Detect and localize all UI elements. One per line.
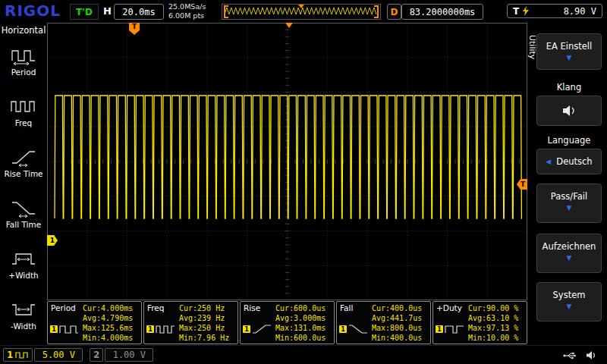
measurement-title: Freq [147,303,165,312]
meas-avg: Avg:3.000ms [275,313,326,323]
ch1-badge: 1 [146,325,154,333]
period-icon [10,46,37,65]
timebase-display: 20.0ms [114,4,164,20]
system-button[interactable]: System ▼ [536,282,602,322]
measurement-title: Fall [340,303,353,312]
measurement-values: Cur:400.0us Avg:441.7us Max:800.0us Min:… [372,303,422,343]
trigger-info-box: T 8.90 V [507,4,602,18]
klang-button[interactable] [536,96,602,126]
trigger-level-value: 8.90 V [564,6,596,17]
chevron-down-icon: ▼ [537,54,601,61]
klang-title: Klang [536,82,602,93]
left-menu-label: Freq [0,118,47,127]
freq-glyph-icon [156,323,175,335]
ch1-badge: 1 [50,325,58,333]
measurement-source-icon: 1 [50,323,79,335]
left-menu-label: Fall Time [0,220,47,229]
measurement-source-icon: 1 [339,323,368,335]
meas-min: Min:4.000ms [83,333,133,343]
rigol-logo: RIGOL [5,2,61,20]
record-button[interactable]: Aufzeichnen ▼ [536,234,602,273]
meas-avg: Avg:441.7us [372,313,422,323]
meas-min: Min:600.0us [275,333,326,343]
language-button[interactable]: ◀ Deutsch [536,149,602,174]
measurement-values: Cur:250 Hz Avg:239 Hz Max:250 Hz Min:7.9… [179,303,229,343]
period-glyph-icon [59,323,79,335]
measurement-period: Period 1 Cur:4.000ms Avg:4.790ms Max:125… [47,301,142,344]
measurement-title: +Duty [436,303,462,312]
memory-depth: 6.00M pts [168,11,206,20]
meas-max: Max:125.6ms [83,323,133,333]
channel-1-indicator[interactable]: 1 5.00 V [3,348,83,362]
chevron-down-icon: ▼ [537,303,601,310]
measurement-values: Cur:90.00 % Avg:63.10 % Max:97.13 % Min:… [468,303,518,343]
measurement-fall: Fall 1 Cur:400.0us Avg:441.7us Max:800.0… [336,301,431,344]
horizontal-measure-menu: Horizontal Period Freq Rise Time [0,23,47,345]
minimap-left-bracket-icon [224,5,228,18]
meas-cur: Cur:400.0us [372,303,422,313]
left-menu-label: Rise Time [0,169,47,178]
rise-time-icon [10,147,37,167]
pass-fail-button[interactable]: Pass/Fail ▼ [536,184,602,223]
button-label: Aufzeichnen [537,241,601,252]
button-label: EA Einstell [537,41,601,52]
left-menu-item-minus-width[interactable]: -Width [0,293,47,344]
top-status-bar: RIGOL T'D H 20.0ms 25.0MSa/s 6.00M pts D… [0,0,607,23]
meas-avg: Avg:239 Hz [179,313,229,323]
sample-rate: 25.0MSa/s [168,2,206,11]
chevron-down-icon: ▼ [537,204,601,212]
ch1-badge: 1 [339,325,347,333]
minus-width-icon [10,300,37,319]
trigger-status-badge: T'D [70,4,99,20]
minimap-right-bracket-icon [374,5,379,18]
measurement-plus-duty: +Duty 1 Cur:90.00 % Avg:63.10 % Max:97.1… [432,301,527,344]
meas-max: Max:97.13 % [468,323,518,333]
left-menu-item-period[interactable]: Period [0,39,47,89]
meas-max: Max:131.0ms [275,323,326,333]
measurement-rise: Rise 1 Cur:600.0us Avg:3.000ms Max:131.0… [240,301,335,344]
trigger-label: T [513,6,519,17]
ea-einstell-button[interactable]: EA Einstell ▼ [536,33,602,70]
left-menu-title: Horizontal [0,23,47,36]
measurement-source-icon: 1 [146,323,175,335]
meas-cur: Cur:250 Hz [179,303,229,313]
plus-width-icon [10,249,37,268]
meas-cur: Cur:600.0us [275,303,326,313]
measurement-source-icon: 1 [436,323,464,335]
delay-badge: D [387,4,401,20]
left-menu-item-freq[interactable]: Freq [0,90,47,140]
measurement-source-icon: 1 [243,323,272,335]
acquisition-info: 25.0MSa/s 6.00M pts [168,2,206,20]
left-menu-item-rise-time[interactable]: Rise Time [0,141,47,191]
horizontal-label: H [103,5,112,17]
usb-icon [563,351,580,360]
channel-2-id-box: 2 [90,348,103,362]
delay-display: 83.2000000ms [401,4,483,20]
measurement-values: Cur:4.000ms Avg:4.790ms Max:125.6ms Min:… [83,303,133,343]
channel-2-indicator[interactable]: 2 1.00 V [90,348,153,362]
minimap-trigger-marker-icon [298,5,304,8]
left-menu-label: +Width [0,271,47,280]
measurement-values: Cur:600.0us Avg:3.000ms Max:131.0ms Min:… [275,303,326,343]
ch1-waveform-trace [47,23,527,300]
trigger-delay-marker-icon[interactable] [285,23,293,28]
left-menu-item-plus-width[interactable]: +Width [0,243,47,293]
left-menu-item-fall-time[interactable]: Fall Time [0,192,47,242]
freq-icon [10,96,37,116]
speaker-icon [561,104,577,118]
chevron-down-icon: ▼ [537,254,601,262]
utility-soft-menu: Utility EA Einstell ▼ Klang Language ◀ D… [527,23,607,345]
measurement-title: Period [51,303,76,312]
ch1-badge: 1 [243,325,250,333]
meas-min: Min:400.0us [372,333,422,343]
measurement-title: Rise [244,303,260,312]
channel-2-number: 2 [93,350,99,360]
duty-glyph-icon [445,323,464,335]
language-title: Language [536,135,602,146]
meas-avg: Avg:63.10 % [468,313,518,323]
waveform-minimap[interactable] [222,4,381,20]
channel-1-scale: 5.00 V [34,348,83,362]
meas-cur: Cur:4.000ms [83,303,133,313]
meas-min: Min:7.96 Hz [179,333,229,343]
measurement-freq: Freq 1 Cur:250 Hz Avg:239 Hz Max:250 Hz … [143,301,238,344]
